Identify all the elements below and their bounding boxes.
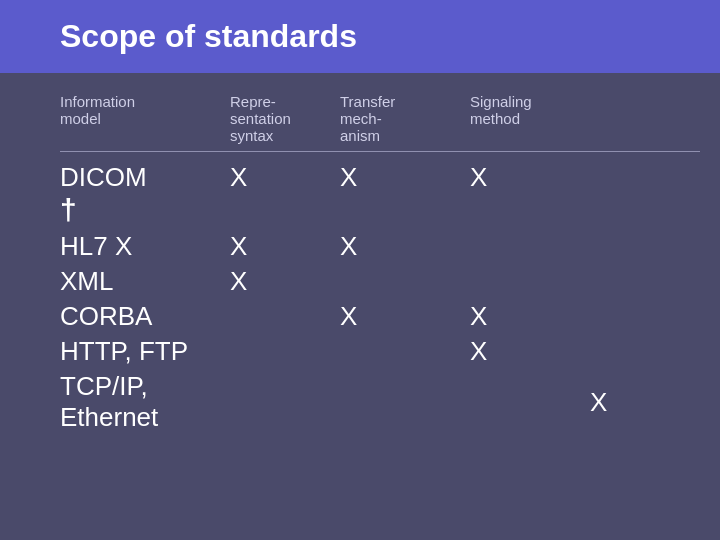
slide: Scope of standards Information model Rep… — [0, 0, 720, 540]
table-row: TCP/IP, EthernetX — [60, 371, 690, 433]
divider4 — [470, 148, 590, 152]
title-bar: Scope of standards — [0, 0, 720, 73]
table-row: HL7 XXX — [60, 231, 690, 262]
row-label: DICOM — [60, 162, 230, 193]
header-col5 — [590, 93, 700, 144]
row-col4: X — [590, 387, 700, 418]
row-col5: † — [60, 193, 230, 227]
divider1 — [60, 148, 230, 152]
data-table: DICOMXXX†HL7 XXXXMLXCORBAXXHTTP, FTPXTCP… — [60, 162, 690, 433]
slide-title: Scope of standards — [60, 18, 357, 55]
row-col2: X — [340, 231, 470, 262]
table-row: XMLX — [60, 266, 690, 297]
table-header: Information model Repre- sentation synta… — [60, 93, 690, 144]
divider-row — [60, 148, 690, 152]
header-col1: Information model — [60, 93, 230, 144]
header-col3: Transfer mech- anism — [340, 93, 470, 144]
row-label: HTTP, FTP — [60, 336, 230, 367]
row-label: TCP/IP, Ethernet — [60, 371, 230, 433]
row-col3: X — [470, 336, 590, 367]
table-row: CORBAXX — [60, 301, 690, 332]
row-col1: X — [230, 231, 340, 262]
header-col4: Signaling method — [470, 93, 590, 144]
table-row: HTTP, FTPX — [60, 336, 690, 367]
row-label: XML — [60, 266, 230, 297]
header-col2: Repre- sentation syntax — [230, 93, 340, 144]
divider5 — [590, 148, 700, 152]
table-row: DICOMXXX† — [60, 162, 690, 227]
content-area: Information model Repre- sentation synta… — [0, 73, 720, 457]
divider2 — [230, 148, 340, 152]
divider3 — [340, 148, 470, 152]
row-col3: X — [470, 301, 590, 332]
row-col3: X — [470, 162, 590, 193]
row-col1: X — [230, 162, 340, 193]
row-col2: X — [340, 301, 470, 332]
row-col2: X — [340, 162, 470, 193]
row-label: HL7 X — [60, 231, 230, 262]
row-col1: X — [230, 266, 340, 297]
row-label: CORBA — [60, 301, 230, 332]
